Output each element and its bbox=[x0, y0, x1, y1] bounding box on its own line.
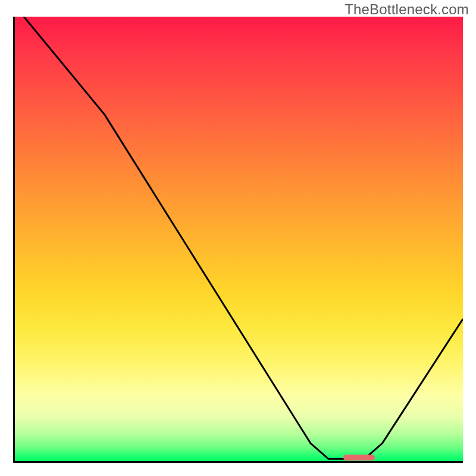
chart-plot-area bbox=[13, 17, 463, 463]
chart-curve-svg bbox=[15, 17, 463, 461]
watermark-text: TheBottleneck.com bbox=[345, 1, 469, 18]
bottleneck-curve bbox=[24, 17, 463, 459]
bottleneck-marker bbox=[343, 455, 375, 461]
